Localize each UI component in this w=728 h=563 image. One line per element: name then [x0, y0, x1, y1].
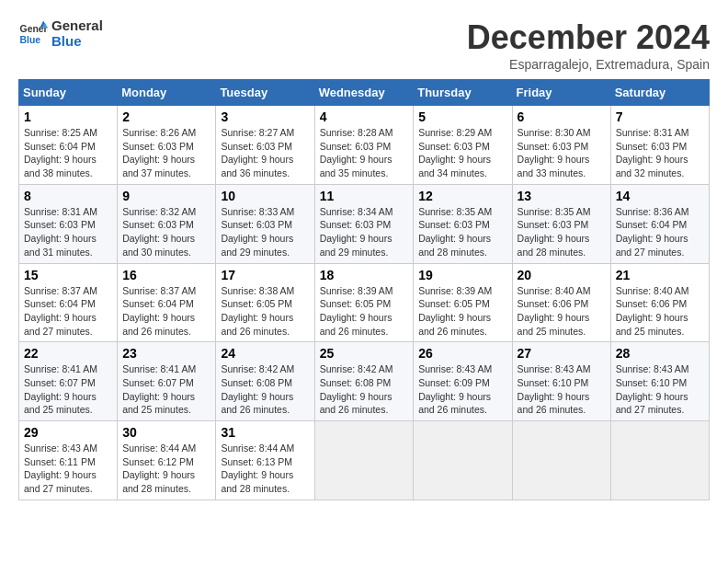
location-subtitle: Esparragalejo, Extremadura, Spain [467, 57, 710, 72]
day-cell: 20Sunrise: 8:40 AM Sunset: 6:06 PM Dayli… [512, 263, 610, 342]
day-cell: 27Sunrise: 8:43 AM Sunset: 6:10 PM Dayli… [512, 342, 610, 421]
day-cell [314, 421, 414, 500]
logo-icon: General Blue [18, 19, 48, 49]
page-header: General Blue General Blue December 2024 … [18, 18, 710, 72]
day-info: Sunrise: 8:42 AM Sunset: 6:08 PM Dayligh… [320, 362, 409, 417]
day-info: Sunrise: 8:40 AM Sunset: 6:06 PM Dayligh… [518, 284, 606, 339]
day-cell: 9Sunrise: 8:32 AM Sunset: 6:03 PM Daylig… [118, 184, 216, 263]
logo: General Blue General Blue [18, 18, 103, 49]
day-info: Sunrise: 8:44 AM Sunset: 6:13 PM Dayligh… [221, 442, 309, 496]
day-number: 24 [221, 346, 309, 361]
day-cell: 30Sunrise: 8:44 AM Sunset: 6:12 PM Dayli… [118, 421, 216, 500]
day-cell: 28Sunrise: 8:43 AM Sunset: 6:10 PM Dayli… [610, 342, 709, 421]
day-cell: 25Sunrise: 8:42 AM Sunset: 6:08 PM Dayli… [314, 342, 414, 421]
day-number: 3 [221, 109, 309, 124]
day-cell: 22Sunrise: 8:41 AM Sunset: 6:07 PM Dayli… [19, 342, 118, 421]
day-info: Sunrise: 8:33 AM Sunset: 6:03 PM Dayligh… [221, 205, 309, 259]
day-number: 31 [221, 425, 309, 440]
week-row-2: 8Sunrise: 8:31 AM Sunset: 6:03 PM Daylig… [19, 184, 710, 263]
col-header-wednesday: Wednesday [314, 80, 414, 106]
day-cell: 26Sunrise: 8:43 AM Sunset: 6:09 PM Dayli… [414, 342, 512, 421]
day-cell: 3Sunrise: 8:27 AM Sunset: 6:03 PM Daylig… [216, 106, 314, 185]
day-cell: 11Sunrise: 8:34 AM Sunset: 6:03 PM Dayli… [314, 184, 414, 263]
week-row-4: 22Sunrise: 8:41 AM Sunset: 6:07 PM Dayli… [19, 342, 710, 421]
day-info: Sunrise: 8:31 AM Sunset: 6:03 PM Dayligh… [24, 205, 112, 259]
day-number: 22 [24, 346, 112, 361]
day-info: Sunrise: 8:41 AM Sunset: 6:07 PM Dayligh… [24, 362, 112, 417]
day-number: 17 [221, 268, 309, 282]
day-info: Sunrise: 8:42 AM Sunset: 6:08 PM Dayligh… [221, 362, 309, 417]
day-info: Sunrise: 8:43 AM Sunset: 6:10 PM Dayligh… [518, 362, 606, 417]
day-cell [512, 421, 610, 500]
month-title: December 2024 [467, 18, 710, 57]
day-cell: 23Sunrise: 8:41 AM Sunset: 6:07 PM Dayli… [118, 342, 216, 421]
day-number: 16 [122, 268, 210, 282]
day-info: Sunrise: 8:35 AM Sunset: 6:03 PM Dayligh… [418, 205, 506, 259]
header-row: SundayMondayTuesdayWednesdayThursdayFrid… [19, 80, 710, 106]
day-info: Sunrise: 8:32 AM Sunset: 6:03 PM Dayligh… [122, 205, 210, 259]
logo-blue: Blue [51, 34, 103, 50]
day-info: Sunrise: 8:31 AM Sunset: 6:03 PM Dayligh… [616, 126, 704, 180]
svg-text:Blue: Blue [20, 34, 41, 44]
week-row-3: 15Sunrise: 8:37 AM Sunset: 6:04 PM Dayli… [19, 263, 710, 342]
logo-general: General [51, 18, 103, 34]
day-info: Sunrise: 8:26 AM Sunset: 6:03 PM Dayligh… [122, 126, 210, 180]
day-info: Sunrise: 8:39 AM Sunset: 6:05 PM Dayligh… [320, 284, 409, 339]
day-number: 4 [320, 109, 409, 124]
day-cell: 18Sunrise: 8:39 AM Sunset: 6:05 PM Dayli… [314, 263, 414, 342]
day-cell: 4Sunrise: 8:28 AM Sunset: 6:03 PM Daylig… [314, 106, 414, 185]
day-info: Sunrise: 8:34 AM Sunset: 6:03 PM Dayligh… [320, 205, 409, 259]
day-number: 7 [616, 109, 704, 124]
day-number: 13 [518, 189, 606, 203]
day-number: 30 [122, 425, 210, 440]
day-info: Sunrise: 8:37 AM Sunset: 6:04 PM Dayligh… [24, 284, 112, 339]
day-number: 15 [24, 268, 112, 282]
day-number: 2 [122, 109, 210, 124]
day-cell: 1Sunrise: 8:25 AM Sunset: 6:04 PM Daylig… [19, 106, 118, 185]
day-info: Sunrise: 8:27 AM Sunset: 6:03 PM Dayligh… [221, 126, 309, 180]
day-number: 1 [24, 109, 112, 124]
day-cell: 19Sunrise: 8:39 AM Sunset: 6:05 PM Dayli… [414, 263, 512, 342]
day-number: 23 [122, 346, 210, 361]
day-cell: 8Sunrise: 8:31 AM Sunset: 6:03 PM Daylig… [19, 184, 118, 263]
day-number: 27 [518, 346, 606, 361]
day-cell: 7Sunrise: 8:31 AM Sunset: 6:03 PM Daylig… [610, 106, 709, 185]
week-row-1: 1Sunrise: 8:25 AM Sunset: 6:04 PM Daylig… [19, 106, 710, 185]
day-cell: 5Sunrise: 8:29 AM Sunset: 6:03 PM Daylig… [414, 106, 512, 185]
day-number: 19 [418, 268, 506, 282]
week-row-5: 29Sunrise: 8:43 AM Sunset: 6:11 PM Dayli… [19, 421, 710, 500]
day-info: Sunrise: 8:28 AM Sunset: 6:03 PM Dayligh… [320, 126, 409, 180]
day-cell: 12Sunrise: 8:35 AM Sunset: 6:03 PM Dayli… [414, 184, 512, 263]
col-header-monday: Monday [118, 80, 216, 106]
col-header-tuesday: Tuesday [216, 80, 314, 106]
day-info: Sunrise: 8:37 AM Sunset: 6:04 PM Dayligh… [122, 284, 210, 339]
day-number: 25 [320, 346, 409, 361]
day-cell: 31Sunrise: 8:44 AM Sunset: 6:13 PM Dayli… [216, 421, 314, 500]
day-cell: 17Sunrise: 8:38 AM Sunset: 6:05 PM Dayli… [216, 263, 314, 342]
day-number: 21 [616, 268, 704, 282]
day-cell: 16Sunrise: 8:37 AM Sunset: 6:04 PM Dayli… [118, 263, 216, 342]
day-cell: 15Sunrise: 8:37 AM Sunset: 6:04 PM Dayli… [19, 263, 118, 342]
day-number: 18 [320, 268, 409, 282]
day-cell: 29Sunrise: 8:43 AM Sunset: 6:11 PM Dayli… [19, 421, 118, 500]
day-number: 14 [616, 189, 704, 203]
day-cell [610, 421, 709, 500]
day-info: Sunrise: 8:29 AM Sunset: 6:03 PM Dayligh… [418, 126, 506, 180]
day-info: Sunrise: 8:43 AM Sunset: 6:10 PM Dayligh… [616, 362, 704, 417]
day-number: 12 [418, 189, 506, 203]
day-number: 28 [616, 346, 704, 361]
day-cell: 13Sunrise: 8:35 AM Sunset: 6:03 PM Dayli… [512, 184, 610, 263]
day-number: 11 [320, 189, 409, 203]
day-cell: 2Sunrise: 8:26 AM Sunset: 6:03 PM Daylig… [118, 106, 216, 185]
col-header-friday: Friday [512, 80, 610, 106]
day-info: Sunrise: 8:36 AM Sunset: 6:04 PM Dayligh… [616, 205, 704, 259]
day-cell: 21Sunrise: 8:40 AM Sunset: 6:06 PM Dayli… [610, 263, 709, 342]
day-info: Sunrise: 8:40 AM Sunset: 6:06 PM Dayligh… [616, 284, 704, 339]
day-number: 10 [221, 189, 309, 203]
day-cell: 6Sunrise: 8:30 AM Sunset: 6:03 PM Daylig… [512, 106, 610, 185]
day-cell [414, 421, 512, 500]
day-number: 20 [518, 268, 606, 282]
calendar-table: SundayMondayTuesdayWednesdayThursdayFrid… [18, 79, 710, 500]
day-info: Sunrise: 8:44 AM Sunset: 6:12 PM Dayligh… [122, 442, 210, 496]
title-block: December 2024 Esparragalejo, Extremadura… [467, 18, 710, 72]
